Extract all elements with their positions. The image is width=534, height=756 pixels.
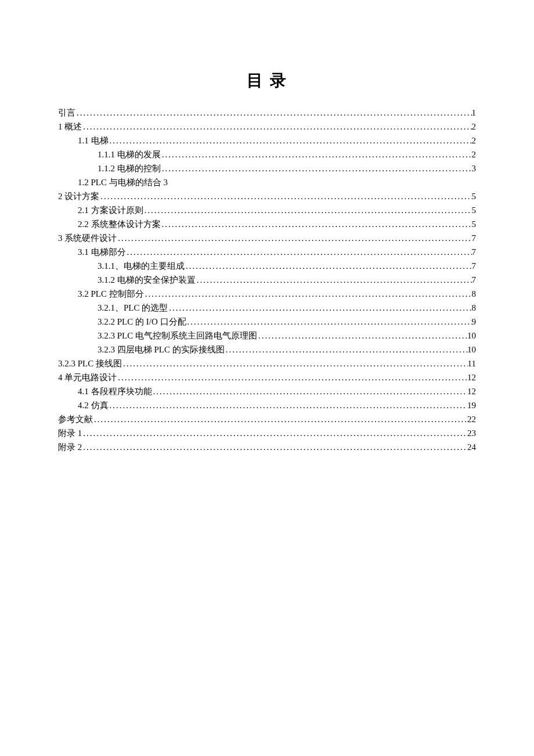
toc-entry-leader bbox=[225, 343, 467, 357]
toc-entry: 4.2 仿真19 bbox=[58, 398, 476, 412]
toc-entry-leader bbox=[109, 134, 472, 147]
toc-title: 目 录 bbox=[58, 70, 476, 92]
toc-entry-leader bbox=[126, 245, 472, 259]
toc-entry-page: 7 bbox=[472, 245, 477, 259]
toc-entry: 附录 224 bbox=[58, 440, 476, 454]
toc-entry-label: 4.1 各段程序块功能 bbox=[78, 384, 152, 398]
toc-entry-label: 参考文献 bbox=[58, 412, 93, 426]
toc-entry-label: 4 单元电路设计 bbox=[58, 370, 117, 384]
toc-entry: 2.1 方案设计原则5 bbox=[58, 203, 476, 217]
toc-entry-label: 3.2.3 PLC 接线图 bbox=[58, 357, 122, 370]
toc-entry-label: 1.2 PLC 与电梯的结合 3 bbox=[78, 175, 168, 189]
toc-entry-label: 附录 2 bbox=[58, 440, 82, 454]
toc-entry-leader bbox=[99, 189, 471, 203]
toc-entry-label: 3 系统硬件设计 bbox=[58, 231, 117, 245]
toc-entry-leader bbox=[168, 301, 471, 315]
toc-entry: 1.1.2 电梯的控制3 bbox=[58, 161, 476, 175]
toc-entry: 4 单元电路设计12 bbox=[58, 370, 476, 384]
toc-entry-label: 2 设计方案 bbox=[58, 189, 99, 203]
toc-entry-page: 5 bbox=[472, 203, 477, 217]
toc-entry-leader bbox=[185, 259, 472, 273]
toc-entry-label: 3.1 电梯部分 bbox=[78, 245, 126, 259]
toc-entry: 3 系统硬件设计7 bbox=[58, 231, 476, 245]
toc-entry-label: 3.1.1、电梯的主要组成 bbox=[98, 259, 185, 273]
toc-entry: 3.2 PLC 控制部分8 bbox=[58, 287, 476, 301]
toc-entry-leader bbox=[82, 440, 467, 454]
toc-entry-page: 1 bbox=[472, 106, 477, 120]
toc-entry-label: 1.1.2 电梯的控制 bbox=[98, 161, 161, 175]
toc-entry-page: 10 bbox=[467, 343, 476, 357]
toc-entry-label: 1.1.1 电梯的发展 bbox=[98, 147, 161, 161]
toc-entry-label: 4.2 仿真 bbox=[78, 398, 109, 412]
toc-entry: 3.2.3 PLC 接线图11 bbox=[58, 357, 476, 370]
toc-entry-page: 7 bbox=[472, 259, 477, 273]
toc-entry-leader bbox=[143, 203, 472, 217]
toc-entry-label: 3.2.3 PLC 电气控制系统主回路电气原理图 bbox=[98, 329, 257, 343]
toc-entry-page: 19 bbox=[467, 398, 476, 412]
toc-entry-page: 2 bbox=[472, 134, 477, 147]
toc-entry: 3.1.1、电梯的主要组成7 bbox=[58, 259, 476, 273]
toc-entry-page: 3 bbox=[472, 161, 477, 175]
toc-entry: 1.1.1 电梯的发展2 bbox=[58, 147, 476, 161]
toc-entry-page: 11 bbox=[468, 357, 476, 370]
toc-entry: 2 设计方案5 bbox=[58, 189, 476, 203]
toc-entry-label: 1.1 电梯 bbox=[78, 134, 109, 147]
toc-entry-label: 3.2.3 四层电梯 PLC 的实际接线图 bbox=[98, 343, 225, 357]
toc-entry-leader bbox=[82, 120, 471, 134]
toc-entry: 1 概述2 bbox=[58, 120, 476, 134]
toc-entry: 3.2.2 PLC 的 I/O 口分配9 bbox=[58, 315, 476, 329]
toc-entry-page: 5 bbox=[472, 189, 477, 203]
toc-entry-label: 3.2.2 PLC 的 I/O 口分配 bbox=[98, 315, 186, 329]
toc-entry: 1.1 电梯2 bbox=[58, 134, 476, 147]
toc-entry-page: 7 bbox=[472, 273, 477, 287]
toc-entry-leader bbox=[109, 398, 468, 412]
toc-entry: 2.2 系统整体设计方案5 bbox=[58, 217, 476, 231]
toc-entry: 1.2 PLC 与电梯的结合 3 bbox=[58, 175, 476, 189]
toc-entry-page: 9 bbox=[472, 315, 477, 329]
toc-entry-label: 附录 1 bbox=[58, 426, 82, 440]
toc-entry-label: 1 概述 bbox=[58, 120, 82, 134]
toc-entry-label: 3.2.1、PLC 的选型 bbox=[98, 301, 168, 315]
toc-entry: 3.2.1、PLC 的选型8 bbox=[58, 301, 476, 315]
toc-entry-page: 22 bbox=[467, 412, 476, 426]
toc-entry-leader bbox=[161, 147, 472, 161]
toc-entry-page: 24 bbox=[467, 440, 476, 454]
toc-entry-leader bbox=[161, 217, 472, 231]
toc-entry-leader bbox=[117, 370, 467, 384]
toc-entry-leader bbox=[82, 426, 467, 440]
toc-entry-page: 2 bbox=[472, 147, 477, 161]
toc-entry-label: 2.2 系统整体设计方案 bbox=[78, 217, 161, 231]
toc-container: 引言11 概述21.1 电梯21.1.1 电梯的发展21.1.2 电梯的控制31… bbox=[58, 106, 476, 454]
toc-entry-page: 8 bbox=[472, 301, 477, 315]
toc-entry-page: 8 bbox=[472, 287, 477, 301]
toc-entry-leader bbox=[93, 412, 467, 426]
toc-entry: 附录 123 bbox=[58, 426, 476, 440]
toc-entry: 参考文献22 bbox=[58, 412, 476, 426]
toc-entry-leader bbox=[152, 384, 468, 398]
toc-entry-leader bbox=[144, 287, 472, 301]
toc-entry-label: 3.2 PLC 控制部分 bbox=[78, 287, 144, 301]
toc-entry: 3.2.3 PLC 电气控制系统主回路电气原理图10 bbox=[58, 329, 476, 343]
toc-entry-page: 2 bbox=[472, 120, 477, 134]
toc-entry-page: 23 bbox=[467, 426, 476, 440]
toc-entry-leader bbox=[186, 315, 472, 329]
toc-entry-leader bbox=[75, 106, 472, 120]
toc-entry-leader bbox=[117, 231, 471, 245]
toc-entry-leader bbox=[196, 273, 472, 287]
toc-entry-leader bbox=[161, 161, 472, 175]
toc-entry-leader bbox=[122, 357, 468, 370]
toc-entry-page: 12 bbox=[467, 370, 476, 384]
toc-entry-page: 12 bbox=[467, 384, 476, 398]
toc-entry-page: 7 bbox=[472, 231, 477, 245]
toc-entry-label: 2.1 方案设计原则 bbox=[78, 203, 143, 217]
toc-entry-page: 10 bbox=[467, 329, 476, 343]
toc-entry: 引言1 bbox=[58, 106, 476, 120]
toc-entry: 3.1 电梯部分7 bbox=[58, 245, 476, 259]
toc-entry-label: 引言 bbox=[58, 106, 75, 120]
toc-entry-label: 3.1.2 电梯的安全保护装置 bbox=[98, 273, 196, 287]
toc-entry: 3.2.3 四层电梯 PLC 的实际接线图10 bbox=[58, 343, 476, 357]
toc-entry-leader bbox=[257, 329, 467, 343]
toc-entry: 3.1.2 电梯的安全保护装置7 bbox=[58, 273, 476, 287]
toc-entry: 4.1 各段程序块功能12 bbox=[58, 384, 476, 398]
toc-entry-page: 5 bbox=[472, 217, 477, 231]
